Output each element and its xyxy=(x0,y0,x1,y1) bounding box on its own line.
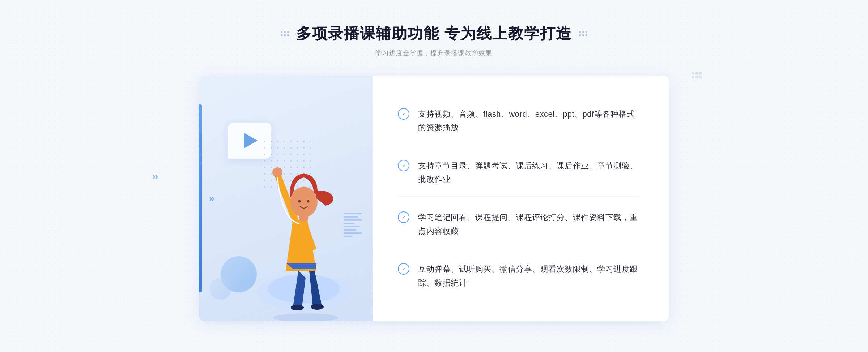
check-icon-2 xyxy=(398,160,409,171)
blue-accent-bar xyxy=(199,104,202,292)
svg-point-8 xyxy=(307,200,310,203)
svg-point-7 xyxy=(298,200,301,203)
main-title: 多项录播课辅助功能 专为线上教学打造 xyxy=(296,23,572,44)
feature-item-4: 互动弹幕、试听购买、微信分享、观看次数限制、学习进度跟踪、数据统计 xyxy=(398,252,640,300)
deco-circle-small xyxy=(210,278,231,300)
subtitle: 学习进度全掌握，提升录播课教学效果 xyxy=(281,49,587,57)
title-decoration-right xyxy=(579,31,587,36)
feature-text-4: 互动弹幕、试听购买、微信分享、观看次数限制、学习进度跟踪、数据统计 xyxy=(418,262,640,289)
title-row: 多项录播课辅助功能 专为线上教学打造 xyxy=(281,23,587,44)
title-decoration-left xyxy=(281,31,289,36)
left-illustration-panel: » xyxy=(199,76,373,321)
feature-text-2: 支持章节目录、弹题考试、课后练习、课后作业、章节测验、批改作业 xyxy=(418,159,640,186)
page-container: 多项录播课辅助功能 专为线上教学打造 学习进度全掌握，提升录播课教学效果 xyxy=(0,0,868,352)
feature-text-3: 学习笔记回看、课程提问、课程评论打分、课件资料下载，重点内容收藏 xyxy=(418,211,640,238)
check-icon-3 xyxy=(398,211,409,223)
content-card: » 支持视频、音频、flash、word、excel、ppt、pdf等各种格式的… xyxy=(199,76,669,321)
page-left-arrow-icon: » xyxy=(152,169,158,183)
right-features-panel: 支持视频、音频、flash、word、excel、ppt、pdf等各种格式的资源… xyxy=(373,76,669,321)
chevron-left-icon: » xyxy=(209,193,215,204)
check-icon-1 xyxy=(398,108,409,120)
svg-point-2 xyxy=(291,305,304,310)
svg-point-6 xyxy=(290,187,318,217)
check-icon-4 xyxy=(398,263,409,275)
feature-item-2: 支持章节目录、弹题考试、课后练习、课后作业、章节测验、批改作业 xyxy=(398,149,640,197)
svg-point-3 xyxy=(311,304,324,310)
header-section: 多项录播课辅助功能 专为线上教学打造 学习进度全掌握，提升录播课教学效果 xyxy=(281,23,587,57)
person-illustration xyxy=(246,119,362,321)
svg-point-9 xyxy=(273,313,338,321)
feature-text-1: 支持视频、音频、flash、word、excel、ppt、pdf等各种格式的资源… xyxy=(418,107,640,134)
svg-point-4 xyxy=(272,167,282,177)
feature-item-3: 学习笔记回看、课程提问、课程评论打分、课件资料下载，重点内容收藏 xyxy=(398,201,640,248)
feature-item-1: 支持视频、音频、flash、word、excel、ppt、pdf等各种格式的资源… xyxy=(398,97,640,145)
top-right-decoration xyxy=(692,72,702,78)
